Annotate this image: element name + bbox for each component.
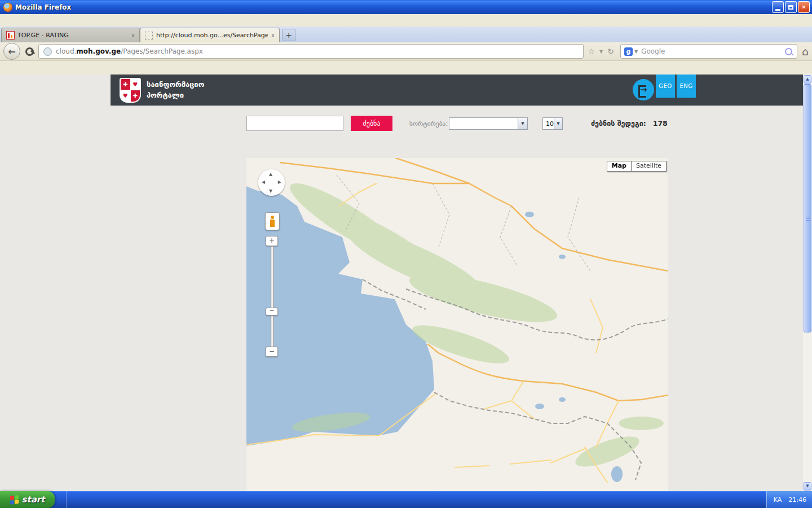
window-title: Mozilla Firefox: [15, 3, 772, 11]
page-content: ✚♥ ♥✚ საინფორმაციოპორტალი GEO ENG ძებნა …: [0, 75, 812, 491]
pan-down-icon[interactable]: ▼: [269, 189, 272, 194]
topge-favicon: [6, 31, 15, 40]
vertical-scrollbar[interactable]: ▲ ▼: [803, 75, 812, 491]
search-engine-bar[interactable]: g ▼ Google: [620, 44, 797, 59]
restore-button[interactable]: [785, 1, 797, 13]
language-indicator[interactable]: KA: [774, 496, 782, 503]
close-button[interactable]: ✕: [798, 1, 810, 13]
url-path: /Pages/SearchPage.aspx: [121, 47, 203, 55]
results-count: ძებნის შედეგი:178: [591, 119, 668, 128]
menu-bar: [0, 14, 812, 27]
site-header: ✚♥ ♥✚ საინფორმაციოპორტალი GEO ENG: [111, 75, 803, 106]
quick-launch: [55, 491, 67, 508]
bookmarks-bar: [0, 61, 812, 75]
map-markers: [246, 158, 668, 491]
site-nav: [244, 75, 624, 106]
google-icon[interactable]: g: [624, 47, 633, 56]
moh-shield-icon: ✚♥ ♥✚: [120, 78, 141, 103]
minimize-button[interactable]: [772, 1, 784, 13]
start-button[interactable]: start: [0, 491, 55, 508]
firefox-window: Mozilla Firefox ✕ TOP.GE - RATING x http…: [0, 0, 812, 508]
zoom-in-button[interactable]: +: [266, 236, 278, 246]
tab-topge[interactable]: TOP.GE - RATING x: [1, 28, 140, 42]
zoom-out-button[interactable]: −: [266, 347, 278, 357]
tab-close-icon[interactable]: x: [271, 32, 275, 38]
url-bar[interactable]: cloud.moh.gov.ge/Pages/SearchPage.aspx: [38, 44, 584, 59]
site-logo[interactable]: ✚♥ ♥✚ საინფორმაციოპორტალი: [111, 75, 244, 106]
search-button[interactable]: ძებნა: [351, 116, 392, 131]
site-identity-icon[interactable]: [43, 47, 52, 56]
header-right: GEO ENG: [624, 75, 803, 106]
start-label: start: [22, 494, 45, 505]
tab-bar: TOP.GE - RATING x http://cloud.moh.go...…: [0, 27, 812, 42]
search-magnifier-icon[interactable]: [785, 48, 792, 55]
map-canvas[interactable]: ▲ ▼ ◀ ▶ + − − Map Satellite: [246, 158, 668, 491]
logout-icon[interactable]: [633, 79, 654, 100]
lang-button-geo[interactable]: GEO: [656, 75, 675, 98]
map-type-control: Map Satellite: [607, 161, 667, 172]
title-bar: Mozilla Firefox ✕: [0, 0, 812, 14]
home-button[interactable]: ⌂: [802, 45, 809, 58]
scroll-down-arrow[interactable]: ▼: [804, 482, 811, 491]
back-button[interactable]: ←: [3, 43, 20, 60]
scroll-thumb[interactable]: [804, 84, 811, 332]
pan-right-icon[interactable]: ▶: [278, 179, 281, 185]
taskbar: start KA 21:46: [0, 491, 812, 508]
scroll-up-arrow[interactable]: ▲: [804, 75, 811, 84]
tab-searchpage[interactable]: http://cloud.moh.go...es/SearchPage.aspx…: [140, 28, 280, 42]
history-dropdown-icon[interactable]: ▼: [598, 49, 604, 54]
zoom-slider-track[interactable]: [271, 246, 274, 348]
pan-left-icon[interactable]: ◀: [262, 179, 265, 185]
pan-up-icon[interactable]: ▲: [269, 172, 272, 177]
search-input[interactable]: [246, 116, 343, 131]
chevron-down-icon[interactable]: ▼: [518, 118, 527, 129]
chevron-down-icon[interactable]: ▼: [554, 118, 562, 129]
zoom-slider-handle[interactable]: −: [266, 308, 278, 316]
navigation-toolbar: ← cloud.moh.gov.ge/Pages/SearchPage.aspx…: [0, 42, 812, 61]
clock: 21:46: [788, 496, 806, 503]
bookmark-star-icon[interactable]: ☆: [586, 47, 597, 56]
map-type-satellite-button[interactable]: Satellite: [632, 161, 667, 172]
system-tray: KA 21:46: [766, 491, 812, 508]
engine-dropdown-icon[interactable]: ▼: [634, 49, 638, 54]
task-buttons: [70, 491, 766, 508]
page-size-select[interactable]: 10▼: [542, 117, 563, 130]
url-prefix: cloud.: [56, 47, 76, 55]
tab-label: http://cloud.moh.go...es/SearchPage.aspx: [156, 32, 268, 39]
map-type-map-button[interactable]: Map: [607, 161, 632, 172]
search-placeholder: Google: [641, 47, 785, 55]
windows-logo-icon: [10, 495, 19, 505]
scroll-grip: [806, 217, 810, 221]
loading-favicon: [145, 32, 153, 40]
url-domain: moh.gov.ge: [76, 47, 121, 55]
site-title: საინფორმაციოპორტალი: [147, 80, 204, 101]
sort-select[interactable]: ▼: [449, 117, 528, 130]
tab-close-icon[interactable]: x: [131, 32, 135, 38]
key-icon[interactable]: [24, 46, 35, 57]
firefox-icon: [3, 3, 12, 12]
lang-button-eng[interactable]: ENG: [677, 75, 696, 98]
tab-label: TOP.GE - RATING: [17, 32, 128, 39]
sort-label: სორტირება:: [409, 120, 448, 128]
reload-icon[interactable]: ↻: [606, 47, 616, 56]
map-pan-control[interactable]: ▲ ▼ ◀ ▶: [258, 169, 285, 196]
street-view-pegman[interactable]: [265, 212, 280, 230]
new-tab-button[interactable]: +: [282, 29, 295, 41]
